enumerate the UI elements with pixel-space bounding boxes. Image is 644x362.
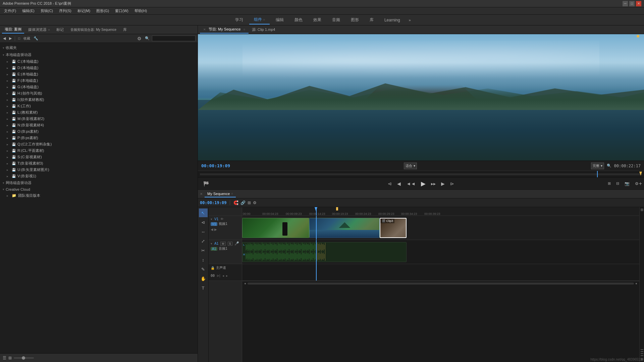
wrench-button[interactable]: 🔧 xyxy=(33,36,39,41)
timeline-horizontal-scrollbar[interactable] xyxy=(248,283,634,285)
nav-learn[interactable]: 学习 xyxy=(230,16,248,24)
nav-assembly[interactable]: 组件 ≡ xyxy=(249,15,270,24)
video-clip-2[interactable]: 🎬 Clip2 xyxy=(309,218,380,238)
play-button[interactable]: ▶ xyxy=(419,179,428,189)
menu-file[interactable]: 文件(F) xyxy=(1,8,19,14)
playhead-bar[interactable] xyxy=(198,171,644,177)
to-in-point-button[interactable]: ⊲ xyxy=(386,180,394,188)
razor-tool[interactable]: ✂ xyxy=(199,246,208,255)
scroll-left-btn[interactable]: ● xyxy=(244,282,246,285)
master-to-end-btn[interactable]: ⊳| xyxy=(217,274,220,278)
drive-d[interactable]: ▸ 💾 D:(本地磁盘) xyxy=(0,65,198,71)
drive-l[interactable]: ▸ 💾 L:(教程素材) xyxy=(0,109,198,116)
search-button[interactable]: 🔍 xyxy=(144,36,151,41)
list-view-button[interactable]: ☰ xyxy=(3,356,6,360)
nav-graphics[interactable]: 图形 xyxy=(346,16,364,24)
slip-tool[interactable]: ↕ xyxy=(199,255,208,264)
menu-sequence[interactable]: 序列(S) xyxy=(56,8,74,14)
section-local-drives[interactable]: ▾ 本地磁盘驱动器 xyxy=(0,51,198,58)
drive-r[interactable]: ▸ 💾 R:(CL:平面素材) xyxy=(0,147,198,154)
collect-button[interactable]: 收藏 xyxy=(22,36,31,41)
nav-audio[interactable]: 音频 xyxy=(327,16,345,24)
timeline-ruler[interactable]: 00:00 00:00:04:23 00:00:09:23 00:00:14:2… xyxy=(242,207,639,216)
scroll-up-btn[interactable] xyxy=(641,208,643,211)
v1-back-btn[interactable]: ◀ xyxy=(211,228,213,231)
play-back-button[interactable]: ◄◄ xyxy=(404,180,418,188)
tab-source[interactable]: 源: Clip 1.mp4 xyxy=(249,26,279,33)
nav-effects[interactable]: 效果 xyxy=(309,16,326,24)
drive-e[interactable]: ▸ 💾 E:(本地磁盘) xyxy=(0,71,198,77)
scroll-right-btn[interactable]: ● xyxy=(635,282,637,285)
drive-t[interactable]: ▸ 💾 T:(B:影视素材3) xyxy=(0,160,198,167)
drive-n[interactable]: ▸ 💾 N:(B:影视素材4) xyxy=(0,122,198,128)
maximize-button[interactable]: □ xyxy=(629,1,635,6)
a1-expand-btn[interactable]: ▾ xyxy=(211,242,212,245)
a1-m-btn[interactable]: M xyxy=(220,242,226,246)
nav-library[interactable]: 库 xyxy=(365,16,378,24)
filter-button[interactable]: ⚙ xyxy=(136,36,143,42)
snap-button[interactable]: 🧲 xyxy=(233,200,238,205)
play-forward-button[interactable]: ▸▸ xyxy=(429,180,438,188)
menu-window[interactable]: 窗口(W) xyxy=(112,8,131,14)
menu-graphics[interactable]: 图形(G) xyxy=(94,8,112,14)
drive-u[interactable]: ▸ 💾 U:(B:矢里素材图片) xyxy=(0,167,198,173)
zoom-button[interactable]: 🔍 xyxy=(607,164,611,168)
drive-h[interactable]: ▸ 💾 H:(创作与其他) xyxy=(0,90,198,97)
ripple-edit-tool[interactable]: ↔ xyxy=(199,227,208,236)
add-panel-button[interactable]: + xyxy=(639,181,642,187)
team-projects[interactable]: ▸ 📁 团队项目版本 xyxy=(0,192,198,199)
tab-close-icon[interactable]: ✕ xyxy=(203,28,206,31)
drive-i[interactable]: ▸ 💾 I:(软件素材教程) xyxy=(0,97,198,103)
tab-program[interactable]: ✕ 节目: My Sequence ≡ xyxy=(200,26,249,34)
insert-button[interactable]: ⊞ xyxy=(606,180,613,187)
checkbox-button[interactable]: □ xyxy=(17,36,21,41)
section-network-drives[interactable]: ▾ 网络磁盘驱动器 xyxy=(0,179,198,186)
menu-help[interactable]: 帮助(H) xyxy=(132,8,150,14)
menu-markers[interactable]: 标记(M) xyxy=(75,8,93,14)
overwrite-button[interactable]: ⊟ xyxy=(614,180,621,187)
forward-button[interactable]: ▶ xyxy=(8,36,13,41)
hand-tool[interactable]: ✋ xyxy=(199,274,208,283)
a1-s-btn[interactable]: S xyxy=(228,242,232,246)
tab-audio-mixer[interactable]: 音频剪辑混合器: My Sequence xyxy=(68,26,119,33)
drive-g[interactable]: ▸ 💾 G:(本地磁盘) xyxy=(0,84,198,90)
add-track-button[interactable]: ⊞ xyxy=(248,200,251,205)
tab-library[interactable]: 库 xyxy=(120,26,129,33)
section-favorites[interactable]: ▾ 收藏夹 xyxy=(0,44,198,51)
v1-expand-btn[interactable]: ▾ xyxy=(211,218,212,221)
export-frame-button[interactable]: 📷 xyxy=(623,180,632,187)
step-forward-button[interactable]: ▶ xyxy=(439,180,447,188)
drive-k[interactable]: ▸ 💾 K:(工作) xyxy=(0,103,198,109)
drive-p[interactable]: ▸ 💾 P:(B:ps素材) xyxy=(0,135,198,141)
drive-m[interactable]: ▸ 💾 M:(B:影视素材2) xyxy=(0,116,198,122)
marker-button[interactable]: 🏁 xyxy=(201,180,211,188)
tab-sequence[interactable]: My Sequence ≡ xyxy=(205,191,236,197)
nav-learning[interactable]: Learning xyxy=(380,16,405,24)
tab-media-browser[interactable]: 媒体浏览器 ≡ xyxy=(25,26,52,33)
video-clip-3[interactable]: 🎬 Clip3 xyxy=(380,218,407,238)
tab-markers[interactable]: 标记 xyxy=(54,26,66,33)
linked-select-button[interactable]: 🔗 xyxy=(240,200,246,205)
drive-c[interactable]: ▸ 💾 C:(本地磁盘) xyxy=(0,58,198,65)
menu-clip[interactable]: 剪辑(C) xyxy=(38,8,56,14)
nav-more[interactable]: » xyxy=(406,17,414,23)
rate-stretch-tool[interactable]: ⤢ xyxy=(199,237,208,245)
minimize-button[interactable]: ─ xyxy=(623,1,628,6)
pen-tool[interactable]: ✎ xyxy=(199,265,208,274)
a1-mic-btn[interactable]: 🎤 xyxy=(234,241,239,246)
back-button[interactable]: ◀ xyxy=(2,36,7,41)
section-creative-cloud[interactable]: ▾ Creative Cloud xyxy=(0,186,198,192)
grid-view-button[interactable]: ⊞ xyxy=(8,356,12,360)
drive-o[interactable]: ▸ 💾 O:(B:ps素材) xyxy=(0,128,198,135)
settings-tl-button[interactable]: ⚙ xyxy=(253,200,257,205)
master-vol-up-btn[interactable]: ▸ xyxy=(226,274,228,278)
close-button[interactable]: ✕ xyxy=(636,1,641,6)
track-select-tool[interactable]: ⊲ xyxy=(199,218,208,227)
slider-thumb[interactable] xyxy=(22,356,25,360)
drive-s[interactable]: ▸ 💾 S:(C:影视素材) xyxy=(0,154,198,160)
fit-dropdown[interactable]: 适合 ▾ xyxy=(404,163,417,169)
quality-dropdown[interactable]: 完整 ▾ xyxy=(591,163,604,169)
drive-q[interactable]: ▸ 💾 Q:(C2:工作资料杂集) xyxy=(0,141,198,147)
selection-tool[interactable]: ↖ xyxy=(199,208,208,217)
menu-edit[interactable]: 编辑(E) xyxy=(19,8,37,14)
